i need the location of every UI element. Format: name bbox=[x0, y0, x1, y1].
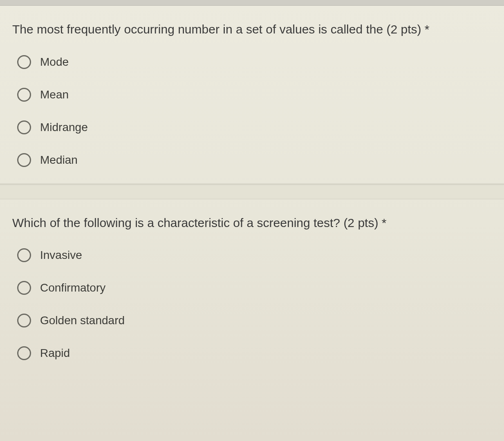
option-invasive[interactable]: Invasive bbox=[17, 248, 492, 262]
option-confirmatory[interactable]: Confirmatory bbox=[17, 281, 492, 295]
radio-icon[interactable] bbox=[17, 120, 31, 134]
radio-icon[interactable] bbox=[17, 55, 31, 69]
options-group: Mode Mean Midrange Median bbox=[12, 55, 492, 167]
radio-icon[interactable] bbox=[17, 248, 31, 262]
question-prompt: The most frequently occurring number in … bbox=[12, 21, 492, 38]
option-midrange[interactable]: Midrange bbox=[17, 120, 492, 134]
option-rapid[interactable]: Rapid bbox=[17, 346, 492, 360]
question-card: The most frequently occurring number in … bbox=[0, 6, 504, 185]
option-median[interactable]: Median bbox=[17, 153, 492, 167]
card-gap bbox=[0, 185, 504, 199]
option-label: Midrange bbox=[40, 121, 88, 134]
radio-icon[interactable] bbox=[17, 281, 31, 295]
question-card: Which of the following is a characterist… bbox=[0, 199, 504, 381]
top-divider bbox=[0, 0, 504, 6]
question-prompt: Which of the following is a characterist… bbox=[12, 215, 492, 232]
option-mean[interactable]: Mean bbox=[17, 88, 492, 102]
option-label: Confirmatory bbox=[40, 281, 105, 294]
form-page: The most frequently occurring number in … bbox=[0, 0, 504, 441]
option-label: Mean bbox=[40, 88, 69, 101]
option-label: Rapid bbox=[40, 347, 70, 360]
option-label: Invasive bbox=[40, 249, 82, 262]
radio-icon[interactable] bbox=[17, 346, 31, 360]
option-golden-standard[interactable]: Golden standard bbox=[17, 314, 492, 327]
option-label: Median bbox=[40, 154, 78, 167]
options-group: Invasive Confirmatory Golden standard Ra… bbox=[12, 248, 492, 360]
option-label: Golden standard bbox=[40, 314, 125, 327]
option-mode[interactable]: Mode bbox=[17, 55, 492, 69]
radio-icon[interactable] bbox=[17, 314, 31, 327]
radio-icon[interactable] bbox=[17, 153, 31, 167]
radio-icon[interactable] bbox=[17, 88, 31, 102]
option-label: Mode bbox=[40, 56, 69, 69]
